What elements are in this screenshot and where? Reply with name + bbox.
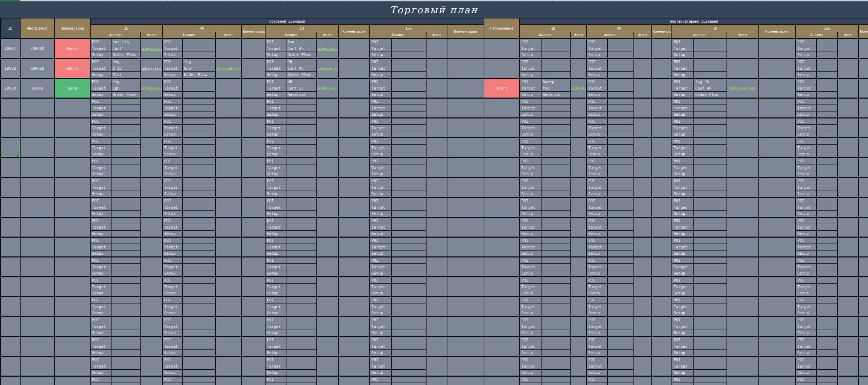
photo-cell[interactable] <box>317 277 338 297</box>
alt-direction-cell[interactable] <box>484 118 520 138</box>
comment-cell[interactable] <box>758 78 796 98</box>
analysis-value[interactable] <box>816 45 838 52</box>
analysis-row-label[interactable]: Setup <box>265 111 286 118</box>
comment-cell[interactable] <box>338 337 370 356</box>
analysis-row-label[interactable]: Setup <box>672 171 694 178</box>
analysis-value[interactable] <box>607 65 634 72</box>
analysis-row-label[interactable]: Target <box>162 303 183 310</box>
analysis-value[interactable] <box>111 297 141 303</box>
photo-cell[interactable] <box>317 257 338 277</box>
analysis-row-label[interactable]: POI <box>796 198 816 204</box>
analysis-value[interactable] <box>391 343 426 350</box>
alt-direction-cell[interactable] <box>484 217 520 237</box>
analysis-row-label[interactable]: Setup <box>796 290 816 297</box>
analysis-row-label[interactable]: POI <box>672 39 694 45</box>
analysis-row-label[interactable]: POI <box>586 98 607 105</box>
id-cell[interactable] <box>0 118 20 138</box>
analysis-row-label[interactable]: Target <box>520 343 541 350</box>
analysis-value[interactable] <box>541 310 571 317</box>
analysis-value[interactable] <box>816 343 838 350</box>
analysis-row-label[interactable]: Setup <box>586 350 607 356</box>
analysis-row-label[interactable]: Target <box>265 284 286 290</box>
photo-link[interactable]: ingview.com <box>318 67 338 70</box>
analysis-value[interactable] <box>391 65 426 72</box>
analysis-value[interactable] <box>286 290 317 297</box>
photo-cell[interactable] <box>838 78 859 98</box>
analysis-value[interactable] <box>183 131 215 138</box>
analysis-value[interactable] <box>391 257 426 264</box>
photo-cell[interactable] <box>141 277 162 297</box>
instrument-cell[interactable] <box>20 158 54 178</box>
photo-cell[interactable]: ingview.com <box>317 59 338 78</box>
analysis-row-label[interactable]: Setup <box>265 290 286 297</box>
analysis-value[interactable] <box>391 85 426 92</box>
analysis-value[interactable] <box>183 184 215 191</box>
analysis-value[interactable] <box>286 323 317 330</box>
analysis-value[interactable] <box>816 92 838 98</box>
analysis-row-label[interactable]: Target <box>586 45 607 52</box>
comment-cell[interactable] <box>447 178 484 198</box>
analysis-value[interactable] <box>694 284 727 290</box>
analysis-row-label[interactable]: Target <box>672 303 694 310</box>
analysis-value[interactable] <box>111 211 141 217</box>
analysis-row-label[interactable]: Setup <box>162 191 183 198</box>
analysis-row-label[interactable]: Target <box>370 224 391 231</box>
analysis-row-label[interactable]: POI <box>586 257 607 264</box>
photo-cell[interactable] <box>141 376 162 385</box>
analysis-value[interactable] <box>286 317 317 323</box>
analysis-value[interactable] <box>541 251 571 257</box>
analysis-value[interactable] <box>391 59 426 65</box>
photo-cell[interactable] <box>426 257 447 277</box>
analysis-value[interactable] <box>183 118 215 125</box>
analysis-row-label[interactable]: POI <box>162 257 183 264</box>
analysis-value[interactable] <box>111 350 141 356</box>
analysis-row-label[interactable]: Target <box>90 145 111 151</box>
direction-cell[interactable] <box>54 337 90 356</box>
analysis-row-label[interactable]: Setup <box>265 310 286 317</box>
analysis-row-label[interactable]: Setup <box>370 231 391 237</box>
photo-cell[interactable] <box>727 217 758 237</box>
analysis-value[interactable] <box>694 211 727 217</box>
analysis-row-label[interactable]: Setup <box>90 92 111 98</box>
analysis-value[interactable] <box>541 204 571 211</box>
analysis-row-label[interactable]: POI <box>90 337 111 343</box>
comment-cell[interactable] <box>758 217 796 237</box>
photo-cell[interactable] <box>317 297 338 317</box>
analysis-value[interactable] <box>391 277 426 284</box>
photo-cell[interactable] <box>727 118 758 138</box>
analysis-value[interactable] <box>607 191 634 198</box>
analysis-row-label[interactable]: Setup <box>796 370 816 376</box>
comment-cell[interactable] <box>758 158 796 178</box>
analysis-value[interactable] <box>607 284 634 290</box>
comment-cell[interactable] <box>859 337 868 356</box>
analysis-row-label[interactable]: Setup <box>672 251 694 257</box>
analysis-row-label[interactable]: POI <box>520 39 541 45</box>
photo-cell[interactable]: dingview.com <box>727 78 758 98</box>
comment-cell[interactable] <box>758 138 796 158</box>
analysis-value[interactable] <box>541 151 571 158</box>
photo-cell[interactable] <box>838 277 859 297</box>
analysis-row-label[interactable]: Target <box>672 125 694 131</box>
analysis-value[interactable]: Conf <box>183 65 215 72</box>
analysis-row-label[interactable]: Target <box>370 323 391 330</box>
analysis-value[interactable] <box>607 376 634 383</box>
analysis-row-label[interactable]: Target <box>265 343 286 350</box>
analysis-row-label[interactable]: Target <box>796 284 816 290</box>
analysis-row-label[interactable]: Target <box>520 164 541 171</box>
comment-cell[interactable] <box>758 98 796 118</box>
analysis-value[interactable] <box>816 317 838 323</box>
analysis-row-label[interactable]: Setup <box>520 211 541 217</box>
analysis-value[interactable] <box>541 343 571 350</box>
analysis-row-label[interactable]: Setup <box>265 92 286 98</box>
analysis-row-label[interactable]: Target <box>672 65 694 72</box>
analysis-value[interactable] <box>694 330 727 337</box>
analysis-value[interactable] <box>607 111 634 118</box>
analysis-value[interactable] <box>286 363 317 370</box>
analysis-row-label[interactable]: Setup <box>90 310 111 317</box>
analysis-value[interactable]: Order Flow <box>111 92 141 98</box>
analysis-row-label[interactable]: Target <box>672 343 694 350</box>
analysis-row-label[interactable]: Setup <box>90 131 111 138</box>
analysis-value[interactable] <box>694 151 727 158</box>
photo-cell[interactable] <box>215 237 241 257</box>
comment-cell[interactable] <box>859 138 868 158</box>
